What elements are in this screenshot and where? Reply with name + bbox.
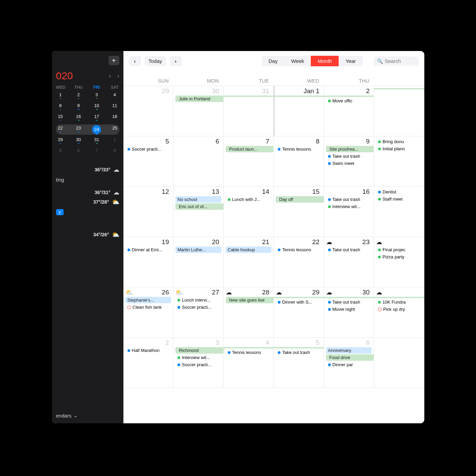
mini-day-cell[interactable]: 9•• <box>74 103 83 112</box>
calendar-event[interactable]: 10K Fundra <box>376 299 422 305</box>
day-cell[interactable]: 2 Move offic <box>324 86 374 136</box>
view-tab-year[interactable]: Year <box>339 56 362 66</box>
view-tab-month[interactable]: Month <box>311 56 339 66</box>
day-cell[interactable]: ☁︎ Final projecPizza party <box>374 237 424 287</box>
calendar-event[interactable]: Stephanie's... <box>125 297 171 303</box>
next-button[interactable]: › <box>170 56 182 66</box>
day-cell[interactable]: ☁︎30 Take out trashMovie night <box>324 287 374 338</box>
calendar-event[interactable]: Food drive <box>326 354 374 361</box>
day-cell[interactable]: 13 No schoolEric out of of... <box>173 187 224 237</box>
mini-day-cell[interactable]: 11 <box>110 103 119 112</box>
day-cell[interactable]: 5 Soccer practi... <box>123 136 174 187</box>
day-cell[interactable]: 30 Julie in Portland <box>173 86 224 136</box>
day-cell[interactable]: ⛅27 Lunch intervi...Soccer practi... <box>173 287 224 338</box>
calendar-event[interactable] <box>374 88 424 89</box>
mini-day-cell[interactable]: 29• <box>56 137 65 146</box>
sidebar-item-label[interactable]: ting <box>56 177 119 183</box>
day-cell[interactable]: 5 Take out trash <box>274 338 324 388</box>
mini-calendar[interactable]: WEDTHUFRISAT1•2•3•48•9••10••1115•16••17•… <box>56 85 119 158</box>
day-cell[interactable]: 21 Cable hookup <box>224 237 274 287</box>
day-cell[interactable]: Bring donuInitial plann <box>374 136 424 187</box>
day-cell[interactable]: ☁︎29 Dinner with S... <box>274 287 324 338</box>
calendar-event[interactable]: Staff meet <box>376 196 422 202</box>
calendar-event[interactable]: Movie night <box>326 306 372 312</box>
day-cell[interactable]: ☁︎23 Take out trash <box>324 237 374 287</box>
day-cell[interactable]: 15 Day off <box>274 187 324 237</box>
calendar-event[interactable]: Dinner at Emi... <box>125 247 171 253</box>
calendar-event[interactable] <box>324 96 374 97</box>
mini-day-cell[interactable]: 16•• <box>74 114 83 122</box>
mini-next-icon[interactable]: › <box>117 72 119 80</box>
day-cell[interactable]: Jan 1 <box>274 86 324 136</box>
mini-day-cell[interactable]: 7 <box>92 148 101 156</box>
mini-day-cell[interactable]: 6 <box>74 148 83 156</box>
day-cell[interactable]: 4 Tennis lessons <box>224 338 274 388</box>
calendar-event[interactable]: Take out trash <box>326 196 372 203</box>
calendar-event[interactable]: Richmond <box>175 347 223 354</box>
calendar-event[interactable]: Pizza party <box>376 254 422 260</box>
mini-day-cell[interactable]: 15• <box>56 114 65 122</box>
calendar-event[interactable] <box>224 347 274 348</box>
day-cell[interactable]: 16 Take out trashInterview wit... <box>324 187 374 237</box>
mini-day-cell[interactable]: 8 <box>110 148 119 156</box>
calendar-event[interactable] <box>274 96 324 97</box>
view-tab-week[interactable]: Week <box>284 56 311 66</box>
calendar-event[interactable]: New site goes live <box>226 297 274 303</box>
calendar-event[interactable] <box>274 347 324 348</box>
mini-day-cell[interactable]: 2• <box>74 92 83 101</box>
day-cell[interactable]: 2 Half Marathon <box>123 338 174 388</box>
today-button[interactable]: Today <box>144 56 166 66</box>
calendar-event[interactable]: Take out trash <box>326 153 372 159</box>
sidebar-pill[interactable]: y <box>56 209 64 215</box>
mini-day-cell[interactable]: 18 <box>110 114 119 122</box>
calendar-event[interactable]: Clean fish tank <box>125 304 171 310</box>
calendar-event[interactable]: Martin Luthe... <box>175 247 221 253</box>
calendar-event[interactable] <box>324 297 374 298</box>
calendar-event[interactable]: Julie in Portland <box>175 96 223 102</box>
calendar-event[interactable]: Eric out of of... <box>175 203 223 210</box>
day-cell[interactable]: ☁︎28 New site goes live <box>224 287 274 338</box>
search-field[interactable]: 🔍 <box>374 56 419 66</box>
calendar-event[interactable]: Interview wit... <box>326 203 372 210</box>
calendar-event[interactable]: Tennis lessons <box>276 146 322 152</box>
calendar-event[interactable]: Cable hookup <box>226 247 272 253</box>
calendar-event[interactable] <box>224 96 274 97</box>
mini-day-cell[interactable]: 1• <box>56 92 65 101</box>
calendar-event[interactable]: Pick up dry <box>376 306 422 312</box>
calendars-toggle[interactable]: endars ⌄ <box>56 412 119 419</box>
mini-day-cell[interactable]: 4 <box>110 92 119 101</box>
day-cell[interactable]: 9 Site proofrea...Take out trashSwim mee… <box>324 136 374 187</box>
prev-button[interactable]: ‹ <box>129 56 141 66</box>
day-cell[interactable]: 12 <box>123 187 174 237</box>
calendar-event[interactable]: Lunch intervi... <box>175 297 221 303</box>
calendar-event[interactable]: Final projec <box>376 247 422 253</box>
calendar-event[interactable]: Site proofrea... <box>326 146 374 152</box>
calendar-event[interactable]: Lunch with J... <box>226 196 272 203</box>
day-cell[interactable] <box>374 338 424 388</box>
calendar-event[interactable]: Dinner par <box>326 361 372 368</box>
mini-day-cell[interactable]: 24•• <box>92 125 101 134</box>
calendar-event[interactable]: Take out trash <box>326 247 372 253</box>
day-cell[interactable]: 14 Lunch with J... <box>224 187 274 237</box>
day-cell[interactable]: ☁︎ 10K FundraPick up dry <box>374 287 424 338</box>
view-tab-day[interactable]: Day <box>262 56 285 66</box>
calendar-event[interactable]: Bring donu <box>376 138 422 145</box>
mini-day-cell[interactable]: 31•• <box>92 137 101 146</box>
mini-day-cell[interactable]: 5 <box>56 148 65 156</box>
calendar-event[interactable]: Tennis lessons <box>226 349 272 356</box>
mini-day-cell[interactable]: 25 <box>110 125 119 134</box>
calendar-event[interactable]: Soccer practi... <box>175 361 221 368</box>
calendar-event[interactable]: Tennis lessons <box>276 247 322 253</box>
mini-day-cell[interactable]: 23• <box>74 125 83 134</box>
day-cell[interactable]: ⛅26 Stephanie's...Clean fish tank <box>123 287 174 338</box>
calendar-event[interactable]: Interview wit... <box>175 354 221 361</box>
mini-day-cell[interactable]: 1 <box>110 137 119 146</box>
calendar-event[interactable]: Anniversary <box>326 347 372 354</box>
day-cell[interactable]: 20 Martin Luthe... <box>173 237 224 287</box>
month-grid[interactable]: 29 30 Julie in Portland 31 Jan 1 2 Move … <box>123 86 424 423</box>
day-cell[interactable]: 31 <box>224 86 274 136</box>
calendar-event[interactable]: Take out trash <box>276 349 322 356</box>
day-cell[interactable]: 22 Tennis lessons <box>274 237 324 287</box>
mini-day-cell[interactable]: 22• <box>56 125 65 134</box>
calendar-event[interactable]: Swim meet <box>326 160 372 167</box>
